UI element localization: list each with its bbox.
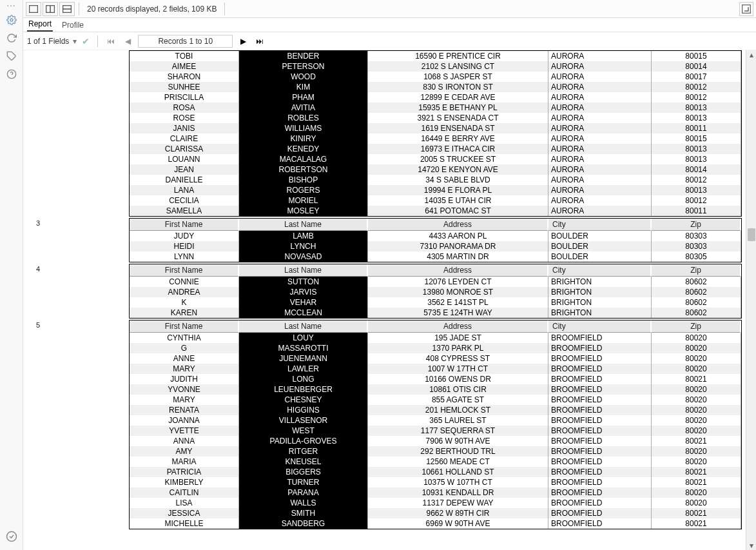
cell-last-name: NOVASAD (239, 251, 368, 262)
table-row[interactable]: ROSAAVITIA15935 E BETHANY PLAURORA80013 (130, 103, 741, 113)
column-header-zip[interactable]: Zip (652, 320, 741, 333)
scroll-down-icon[interactable]: ▾ (746, 541, 756, 550)
table-row[interactable]: CYNTHIALOUY195 JADE STBROOMFIELD80020 (130, 333, 741, 343)
column-header-city[interactable]: City (548, 219, 652, 231)
cell-first-name: CLAIRE (130, 133, 239, 144)
table-row[interactable]: SHARONWOOD1068 S JASPER STAURORA80017 (130, 72, 741, 82)
column-header-address[interactable]: Address (368, 219, 548, 231)
table-row[interactable]: LYNNNOVASAD4305 MARTIN DRBOULDER80305 (130, 251, 741, 262)
prev-page-icon[interactable]: ◀ (121, 35, 134, 48)
group-number: 5 (31, 320, 52, 329)
column-header-zip[interactable]: Zip (652, 264, 741, 277)
table-row[interactable]: CLARISSAKENEDY16973 E ITHACA CIRAURORA80… (130, 144, 741, 154)
cell-first-name: LISA (130, 498, 239, 508)
layout-stack-icon[interactable] (59, 2, 75, 16)
table-row[interactable]: AMYRITGER292 BERTHOUD TRLBROOMFIELD80020 (130, 446, 741, 457)
column-header-address[interactable]: Address (368, 264, 548, 277)
cell-zip: 80020 (652, 405, 741, 415)
scroll-up-icon[interactable]: ▴ (746, 50, 756, 59)
table-row[interactable]: GMASSAROTTI1370 PARK PLBROOMFIELD80020 (130, 343, 741, 353)
cell-zip: 80021 (652, 374, 741, 384)
cell-zip: 80602 (652, 297, 741, 308)
column-header-city[interactable]: City (548, 320, 652, 333)
cell-zip: 80020 (652, 343, 741, 353)
table-row[interactable]: SUNHEEKIM830 S IRONTON STAURORA80012 (130, 82, 741, 92)
tag-icon[interactable] (5, 49, 19, 63)
help-icon[interactable] (5, 67, 19, 81)
cell-first-name: YVONNE (130, 384, 239, 395)
table-row[interactable]: ANDREAJARVIS13980 MONROE STBRIGHTON80602 (130, 287, 741, 297)
table-row[interactable]: KIMBERLYTURNER10375 W 107TH CTBROOMFIELD… (130, 477, 741, 487)
tab-profile[interactable]: Profile (61, 19, 85, 32)
cell-address: 12076 LEYDEN CT (368, 277, 548, 287)
table-row[interactable]: CONNIESUTTON12076 LEYDEN CTBRIGHTON80602 (130, 277, 741, 287)
table-row[interactable]: PATRICIABIGGERS10661 HOLLAND STBROOMFIEL… (130, 467, 741, 477)
table-row[interactable]: AIMEEPETERSON2102 S LANSING CTAURORA8001… (130, 61, 741, 72)
refresh-icon[interactable] (5, 31, 19, 45)
table-row[interactable]: MARYLAWLER1007 W 17TH CTBROOMFIELD80020 (130, 364, 741, 374)
table-row[interactable]: SAMELLAMOSLEY641 POTOMAC STAURORA80011 (130, 206, 741, 216)
table-row[interactable]: LOUANNMACALALAG2005 S TRUCKEE STAURORA80… (130, 154, 741, 164)
layout-single-icon[interactable] (26, 2, 41, 16)
table-row[interactable]: JUDYLAMB4433 AARON PLBOULDER80303 (130, 231, 741, 241)
check-icon[interactable]: ✔ (81, 36, 91, 46)
table-row[interactable]: LANAROGERS19994 E FLORA PLAURORA80013 (130, 185, 741, 195)
tab-report[interactable]: Report (27, 17, 53, 32)
first-page-icon[interactable]: ⏮ (104, 35, 117, 48)
data-table: First NameLast NameAddressCityZipJUDYLAM… (129, 218, 742, 262)
column-header-first[interactable]: First Name (130, 264, 239, 277)
cell-last-name: ROGERS (239, 185, 368, 195)
cell-last-name: MOSLEY (239, 206, 368, 216)
cell-zip: 80013 (652, 154, 741, 164)
last-page-icon[interactable]: ⏭ (253, 35, 266, 48)
table-row[interactable]: JESSICASMITH9662 W 89TH CIRBROOMFIELD800… (130, 508, 741, 518)
layout-split-icon[interactable] (43, 2, 58, 16)
table-row[interactable]: CECILIAMORIEL14035 E UTAH CIRAURORA80012 (130, 195, 741, 206)
column-header-address[interactable]: Address (368, 320, 548, 333)
column-header-first[interactable]: First Name (130, 219, 239, 231)
cell-zip: 80020 (652, 333, 741, 343)
table-row[interactable]: ANNEJUENEMANN408 CYPRESS STBROOMFIELD800… (130, 353, 741, 364)
table-row[interactable]: MICHELLESANDBERG6969 W 90TH AVEBROOMFIEL… (130, 518, 741, 529)
table-row[interactable]: HEIDILYNCH7310 PANORAMA DRBOULDER80303 (130, 241, 741, 251)
table-row[interactable]: JUDITHLONG10166 OWENS DRBROOMFIELD80021 (130, 374, 741, 384)
table-row[interactable]: KVEHAR3562 E 141ST PLBRIGHTON80602 (130, 297, 741, 308)
table-row[interactable]: MARYCHESNEY855 AGATE STBROOMFIELD80020 (130, 395, 741, 405)
column-header-first[interactable]: First Name (130, 320, 239, 333)
table-row[interactable]: PRISCILLAPHAM12899 E CEDAR AVEAURORA8001… (130, 92, 741, 103)
table-row[interactable]: CLAIREKINIRY16449 E BERRY AVEAURORA80015 (130, 133, 741, 144)
cell-city: BROOMFIELD (548, 477, 652, 487)
table-row[interactable]: JOANNAVILLASENOR365 LAUREL STBROOMFIELD8… (130, 415, 741, 426)
table-row[interactable]: LISAWALLS11317 DEPEW WAYBROOMFIELD80020 (130, 498, 741, 508)
vertical-scrollbar[interactable]: ▴ ▾ (746, 50, 756, 550)
gear-icon[interactable] (5, 13, 19, 27)
table-row[interactable]: TOBIBENDER16590 E PRENTICE CIRAURORA8001… (130, 51, 741, 61)
chevron-down-icon[interactable]: ▾ (73, 37, 77, 46)
table-row[interactable]: MARIAKNEUSEL12560 MEADE CTBROOMFIELD8002… (130, 457, 741, 467)
check-circle-icon[interactable] (5, 529, 19, 544)
cell-address: 14035 E UTAH CIR (368, 195, 548, 206)
table-row[interactable]: RENATAHIGGINS201 HEMLOCK STBROOMFIELD800… (130, 405, 741, 415)
column-header-last[interactable]: Last Name (239, 320, 368, 333)
table-row[interactable]: JANISWILLIAMS1619 ENSENADA STAURORA80011 (130, 123, 741, 133)
expand-icon[interactable] (739, 2, 753, 16)
column-header-last[interactable]: Last Name (239, 264, 368, 277)
column-header-zip[interactable]: Zip (652, 219, 741, 231)
table-row[interactable]: YVETTEWEST1177 SEQUERRA STBROOMFIELD8002… (130, 426, 741, 436)
table-row[interactable]: CAITLINPARANA10931 KENDALL DRBROOMFIELD8… (130, 487, 741, 498)
column-header-last[interactable]: Last Name (239, 219, 368, 231)
cell-city: BROOMFIELD (548, 353, 652, 364)
cell-last-name: HIGGINS (239, 405, 368, 415)
records-range[interactable]: Records 1 to 10 (138, 35, 233, 48)
cell-city: BROOMFIELD (548, 374, 652, 384)
table-row[interactable]: DANIELLEBISHOP34 S SABLE BLVDAURORA80012 (130, 175, 741, 185)
next-page-icon[interactable]: ▶ (237, 35, 249, 48)
table-row[interactable]: ANNAPADILLA-GROVES7906 W 90TH AVEBROOMFI… (130, 436, 741, 446)
table-row[interactable]: YVONNELEUENBERGER10861 OTIS CIRBROOMFIEL… (130, 384, 741, 395)
scroll-thumb[interactable] (748, 228, 755, 241)
table-row[interactable]: JEANROBERTSON14720 E KENYON AVEAURORA800… (130, 164, 741, 175)
table-row[interactable]: ROSEROBLES3921 S ENSENADA CTAURORA80013 (130, 113, 741, 123)
column-header-city[interactable]: City (548, 264, 652, 277)
drag-handle-icon[interactable]: ⋯ (6, 3, 16, 9)
table-row[interactable]: KARENMCCLEAN5735 E 124TH WAYBRIGHTON8060… (130, 308, 741, 318)
